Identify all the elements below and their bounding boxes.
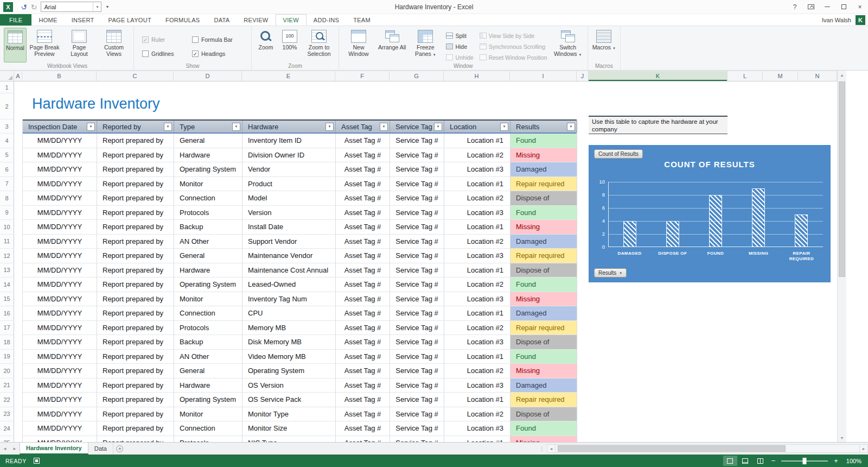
macros-button[interactable]: Macros ▼	[591, 28, 617, 62]
cell-location[interactable]: Location #1	[444, 306, 510, 321]
cell-location[interactable]: Location #2	[444, 277, 510, 292]
filter-button-service-tag[interactable]: ▼	[434, 123, 442, 131]
sheet-tab-hardware-inventory[interactable]: Hardware Inventory	[20, 443, 88, 455]
cell-results[interactable]: Repair required	[510, 321, 577, 336]
cell-service-tag[interactable]: Service Tag #	[390, 206, 444, 220]
cell-inspection-date[interactable]: MM/DD/YYYY	[23, 335, 97, 350]
redo-button[interactable]: ↻	[31, 3, 37, 11]
cell-results[interactable]: Damaged	[510, 306, 577, 321]
cell-hardware[interactable]: OS Version	[242, 378, 336, 393]
cell-service-tag[interactable]: Service Tag #	[390, 378, 444, 393]
cell-inspection-date[interactable]: MM/DD/YYYY	[23, 134, 97, 148]
cell-asset-tag[interactable]: Asset Tag #	[336, 364, 390, 378]
arrange-all-button[interactable]: Arrange All	[376, 28, 407, 62]
cell-reported-by[interactable]: Report prepared by	[97, 321, 174, 336]
cell-asset-tag[interactable]: Asset Tag #	[336, 407, 390, 422]
cell-asset-tag[interactable]: Asset Tag #	[336, 191, 390, 206]
user-name[interactable]: Ivan Walsh	[822, 17, 851, 23]
normal-button[interactable]: Normal	[4, 28, 27, 62]
user-avatar[interactable]: K	[856, 15, 865, 25]
cell-service-tag[interactable]: Service Tag #	[390, 162, 444, 177]
cell-location[interactable]: Location #3	[444, 421, 510, 436]
cell-reported-by[interactable]: Report prepared by	[97, 378, 174, 393]
cell-hardware[interactable]: Inventory Tag Num	[242, 292, 336, 307]
cell-type[interactable]: Hardware	[174, 378, 242, 393]
cell-asset-tag[interactable]: Asset Tag #	[336, 306, 390, 321]
scroll-down-icon[interactable]: ▼	[838, 433, 846, 442]
cell-location[interactable]: Location #1	[444, 350, 510, 364]
cell-inspection-date[interactable]: MM/DD/YYYY	[23, 306, 97, 321]
cell-results[interactable]: Dispose of	[510, 335, 577, 350]
cell-asset-tag[interactable]: Asset Tag #	[336, 235, 390, 249]
zoom-out-button[interactable]: −	[769, 457, 778, 465]
cell-type[interactable]: Monitor	[174, 292, 242, 307]
ribbon-display-options-button[interactable]	[803, 0, 819, 14]
cell-location[interactable]: Location #1	[444, 436, 510, 443]
cell-hardware[interactable]: CPU	[242, 306, 336, 321]
cell-inspection-date[interactable]: MM/DD/YYYY	[23, 407, 97, 422]
cell-asset-tag[interactable]: Asset Tag #	[336, 421, 390, 436]
filter-button-hardware[interactable]: ▼	[326, 123, 334, 131]
freeze-panes-button[interactable]: Freeze Panes ▼	[409, 28, 442, 62]
cell-reported-by[interactable]: Report prepared by	[97, 436, 174, 443]
column-header-k[interactable]: K	[589, 71, 727, 81]
cell-type[interactable]: General	[174, 134, 242, 148]
row-header-13[interactable]: 13	[0, 263, 14, 278]
cell-hardware[interactable]: Install Date	[242, 220, 336, 235]
filter-button-reported-by[interactable]: ▼	[164, 123, 172, 131]
cell-service-tag[interactable]: Service Tag #	[390, 421, 444, 436]
row-header-20[interactable]: 20	[0, 364, 14, 378]
cell-inspection-date[interactable]: MM/DD/YYYY	[23, 191, 97, 206]
chart-bar-missing[interactable]	[752, 188, 765, 247]
cell-hardware[interactable]: Video Memory MB	[242, 350, 336, 364]
cell-asset-tag[interactable]: Asset Tag #	[336, 350, 390, 364]
cell-inspection-date[interactable]: MM/DD/YYYY	[23, 220, 97, 235]
checkbox-gridlines[interactable]: Gridlines	[142, 48, 188, 59]
chevron-down-icon[interactable]: ▼	[93, 2, 101, 11]
column-header-asset-tag[interactable]: Asset Tag▼	[336, 121, 390, 132]
cell-location[interactable]: Location #1	[444, 220, 510, 235]
cell-asset-tag[interactable]: Asset Tag #	[336, 436, 390, 443]
cell-reported-by[interactable]: Report prepared by	[97, 162, 174, 177]
row-header-3[interactable]: 3	[0, 119, 14, 134]
zoom-slider[interactable]	[781, 460, 828, 462]
cell-reported-by[interactable]: Report prepared by	[97, 249, 174, 263]
cell-hardware[interactable]: Division Owner ID	[242, 148, 336, 163]
ribbon-tab-add-ins[interactable]: ADD-INS	[307, 14, 346, 26]
cell-reported-by[interactable]: Report prepared by	[97, 235, 174, 249]
scroll-up-icon[interactable]: ▲	[838, 71, 846, 79]
column-header-type[interactable]: Type▼	[174, 121, 242, 132]
cell-reported-by[interactable]: Report prepared by	[97, 177, 174, 192]
help-button[interactable]: ?	[787, 0, 803, 14]
column-header-g[interactable]: G	[390, 71, 444, 81]
cell-inspection-date[interactable]: MM/DD/YYYY	[23, 235, 97, 249]
cell-location[interactable]: Location #3	[444, 249, 510, 263]
custom-views-button[interactable]: Custom Views	[97, 28, 131, 62]
cell-reported-by[interactable]: Report prepared by	[97, 220, 174, 235]
cell-asset-tag[interactable]: Asset Tag #	[336, 162, 390, 177]
cell-service-tag[interactable]: Service Tag #	[390, 393, 444, 407]
cell-asset-tag[interactable]: Asset Tag #	[336, 148, 390, 163]
cell-service-tag[interactable]: Service Tag #	[390, 191, 444, 206]
filter-button-type[interactable]: ▼	[232, 123, 240, 131]
cell-results[interactable]: Damaged	[510, 378, 577, 393]
horizontal-scrollbar-track[interactable]	[556, 444, 859, 453]
cell-asset-tag[interactable]: Asset Tag #	[336, 378, 390, 393]
column-header-location[interactable]: Location▼	[444, 121, 510, 132]
note-box[interactable]: Use this table to capture the hardware a…	[589, 116, 727, 134]
cell-inspection-date[interactable]: MM/DD/YYYY	[23, 162, 97, 177]
cell-results[interactable]: Dispose of	[510, 263, 577, 278]
cell-asset-tag[interactable]: Asset Tag #	[336, 277, 390, 292]
row-header-1[interactable]: 1	[0, 81, 14, 93]
filter-button-location[interactable]: ▼	[500, 123, 508, 131]
cell-reported-by[interactable]: Report prepared by	[97, 134, 174, 148]
cell-results[interactable]: Found	[510, 206, 577, 220]
cell-asset-tag[interactable]: Asset Tag #	[336, 249, 390, 263]
column-header-reported-by[interactable]: Reported by▼	[97, 121, 174, 132]
ribbon-tab-review[interactable]: REVIEW	[237, 14, 275, 26]
view-page-break-button[interactable]	[754, 456, 768, 466]
cell-inspection-date[interactable]: MM/DD/YYYY	[23, 393, 97, 407]
cell-location[interactable]: Location #3	[444, 378, 510, 393]
ribbon-tab-team[interactable]: TEAM	[346, 14, 378, 26]
view-normal-button[interactable]	[723, 456, 737, 466]
